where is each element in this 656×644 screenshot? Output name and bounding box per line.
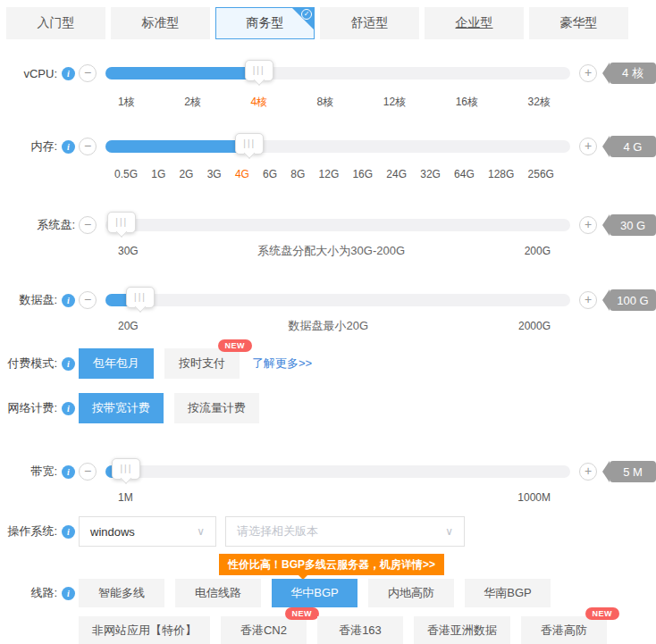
system-disk-range: 30G 系统盘分配大小为30G-200G 200G [105, 243, 563, 259]
os-selected-value: windows [90, 525, 135, 539]
memory-label: 内存: i [0, 138, 79, 155]
chevron-down-icon: ∨ [197, 525, 205, 538]
tick-label: 0.5G [114, 168, 138, 180]
tick-label: 2核 [184, 95, 201, 110]
tab-label: 舒适型 [351, 15, 389, 31]
tab-entry-level[interactable]: 入门型 [6, 7, 105, 39]
vcpu-plus-button[interactable]: + [579, 64, 597, 82]
vcpu-row: vCPU: i − ||| + 4 核 [0, 63, 656, 84]
line-hk-163-button[interactable]: 香港163 [317, 616, 403, 644]
tick-label: 1G [151, 168, 165, 180]
system-disk-value-badge: 30 G [610, 214, 656, 236]
bandwidth-plus-button[interactable]: + [579, 463, 597, 481]
os-version-placeholder: 请选择相关版本 [237, 523, 318, 539]
system-disk-row: 系统盘: − ||| + 30 G [0, 214, 656, 236]
tick-label: 16核 [456, 95, 478, 110]
info-icon[interactable]: i [62, 587, 75, 600]
payment-mode-row: 付费模式: i 包年包月 按时支付 NEW 了解更多>> [0, 348, 656, 379]
memory-slider-fill [105, 140, 249, 153]
info-icon[interactable]: i [62, 67, 75, 80]
tab-luxury[interactable]: 豪华型 [529, 7, 628, 39]
system-disk-slider-track[interactable]: ||| [105, 219, 570, 231]
range-min: 20G [118, 320, 139, 332]
line-hk-antiddos-button[interactable]: 香港高防 NEW [521, 616, 607, 644]
line-nonweb-special-button[interactable]: 非网站应用【特价】 [79, 616, 210, 644]
vcpu-slider-handle[interactable]: ||| [245, 60, 273, 81]
range-hint: 系统盘分配大小为30G-200G [257, 243, 405, 259]
line-central-bgp-button[interactable]: 华中BGP [272, 579, 357, 607]
line-south-bgp-button[interactable]: 华南BGP [465, 579, 551, 607]
system-disk-minus-button[interactable]: − [79, 216, 97, 234]
billing-by-bandwidth-button[interactable]: 按带宽计费 [79, 393, 164, 423]
plan-type-tabs: 入门型 标准型 商务型 ✓ 舒适型 企业型 豪华型 [6, 7, 628, 39]
tick-label: 12核 [383, 95, 406, 110]
range-max: 2000G [518, 320, 551, 332]
memory-slider-track[interactable]: ||| [105, 140, 570, 153]
info-icon[interactable]: i [62, 402, 75, 415]
bandwidth-row: 带宽: i − ||| + 5 M [0, 461, 656, 482]
memory-plus-button[interactable]: + [579, 138, 597, 155]
memory-slider-handle[interactable]: ||| [235, 133, 264, 155]
tick-label: 1核 [118, 95, 135, 110]
line-smart-multiline-button[interactable]: 智能多线 [79, 579, 164, 607]
info-icon[interactable]: i [62, 525, 75, 539]
data-disk-slider-track[interactable]: ||| [105, 294, 570, 306]
tick-label: 2G [179, 168, 193, 180]
line-telecom-button[interactable]: 电信线路 [175, 579, 261, 607]
tick-label: 24G [386, 168, 407, 180]
new-badge: NEW [218, 339, 253, 352]
payment-option-prepaid-button[interactable]: 包年包月 [79, 348, 154, 379]
tab-label: 商务型 [247, 15, 284, 31]
line-hk-asia-data-button[interactable]: 香港亚洲数据 [414, 616, 510, 644]
tick-label-active: 4G [235, 168, 249, 180]
vcpu-label: vCPU: i [0, 67, 79, 80]
bandwidth-slider-handle[interactable]: ||| [112, 458, 140, 480]
vcpu-ticks: 1核 2核 4核 8核 12核 16核 32核 [105, 95, 563, 110]
vcpu-minus-button[interactable]: − [79, 64, 97, 82]
payment-option-hourly-button[interactable]: 按时支付 NEW [164, 348, 240, 379]
bgp-promo-tooltip[interactable]: 性价比高！BGP多线云服务器，机房详情>> [219, 554, 444, 575]
vcpu-slider-fill [105, 67, 259, 79]
tick-label: 3G [207, 168, 222, 180]
memory-minus-button[interactable]: − [79, 138, 97, 155]
data-disk-slider-handle[interactable]: ||| [126, 287, 155, 308]
chevron-down-icon: ∨ [445, 525, 453, 538]
os-select[interactable]: windows ∨ [79, 516, 216, 547]
tick-label: 8核 [317, 95, 334, 110]
range-max: 1000M [517, 491, 551, 504]
data-disk-row: 数据盘: i − ||| + 100 G [0, 289, 656, 311]
tab-label: 标准型 [142, 15, 180, 31]
line-hk-cn2-button[interactable]: 香港CN2 NEW [221, 616, 307, 644]
tab-label: 豪华型 [560, 15, 598, 31]
line-mainland-antiddos-button[interactable]: 内地高防 [368, 579, 454, 607]
data-disk-plus-button[interactable]: + [579, 291, 597, 309]
system-disk-slider-handle[interactable]: ||| [107, 212, 136, 233]
data-disk-minus-button[interactable]: − [79, 291, 97, 309]
payment-mode-label: 付费模式: i [0, 355, 79, 372]
memory-row: 内存: i − ||| + 4 G [0, 136, 656, 157]
os-row: 操作系统: i windows ∨ 请选择相关版本 ∨ [0, 516, 656, 547]
info-icon[interactable]: i [62, 140, 75, 154]
range-max: 200G [525, 245, 551, 257]
bandwidth-minus-button[interactable]: − [79, 463, 97, 481]
tick-label: 8G [290, 168, 305, 180]
tab-label: 入门型 [38, 15, 75, 31]
info-icon[interactable]: i [62, 357, 75, 371]
tab-standard[interactable]: 标准型 [111, 7, 210, 39]
learn-more-link[interactable]: 了解更多>> [252, 355, 312, 372]
line-row-1: 线路: i 智能多线 电信线路 华中BGP 内地高防 华南BGP [0, 579, 656, 607]
memory-ticks: 0.5G 1G 2G 3G 4G 6G 8G 12G 16G 24G 32G 6… [105, 168, 563, 180]
vcpu-slider-track[interactable]: ||| [105, 67, 570, 79]
info-icon[interactable]: i [62, 294, 75, 307]
tick-label: 64G [454, 168, 475, 180]
tab-business[interactable]: 商务型 ✓ [215, 7, 315, 39]
billing-by-traffic-button[interactable]: 按流量计费 [174, 393, 259, 423]
new-badge: NEW [285, 607, 320, 620]
bandwidth-slider-track[interactable]: ||| [105, 465, 570, 478]
info-icon[interactable]: i [62, 465, 75, 479]
tab-comfort[interactable]: 舒适型 [320, 7, 419, 39]
os-version-select[interactable]: 请选择相关版本 ∨ [225, 516, 465, 547]
tab-enterprise[interactable]: 企业型 [425, 7, 524, 39]
system-disk-plus-button[interactable]: + [579, 216, 597, 234]
tick-label: 12G [319, 168, 340, 180]
